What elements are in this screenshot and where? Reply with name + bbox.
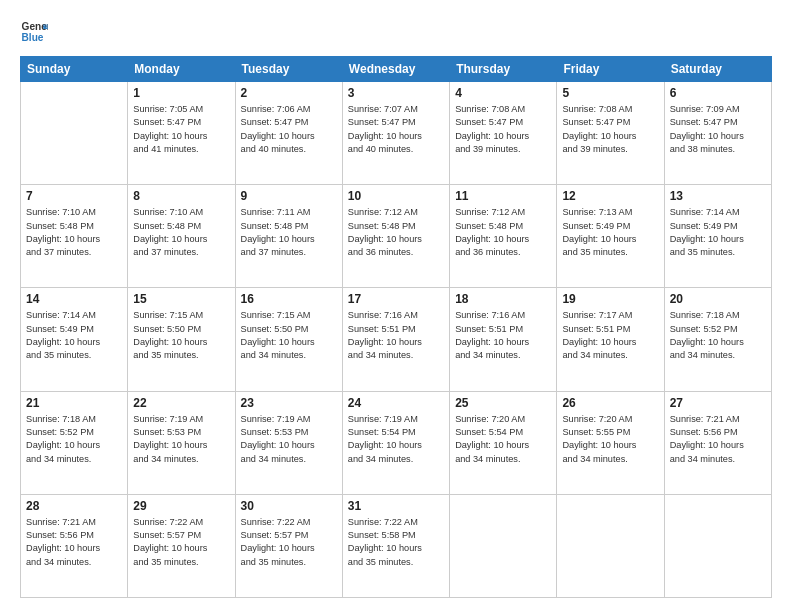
calendar-cell: 5Sunrise: 7:08 AM Sunset: 5:47 PM Daylig…	[557, 82, 664, 185]
calendar-cell: 28Sunrise: 7:21 AM Sunset: 5:56 PM Dayli…	[21, 494, 128, 597]
day-number: 5	[562, 86, 658, 100]
day-number: 8	[133, 189, 229, 203]
day-info: Sunrise: 7:21 AM Sunset: 5:56 PM Dayligh…	[26, 516, 122, 569]
calendar-cell: 12Sunrise: 7:13 AM Sunset: 5:49 PM Dayli…	[557, 185, 664, 288]
calendar-cell: 14Sunrise: 7:14 AM Sunset: 5:49 PM Dayli…	[21, 288, 128, 391]
calendar-cell: 23Sunrise: 7:19 AM Sunset: 5:53 PM Dayli…	[235, 391, 342, 494]
calendar-cell: 15Sunrise: 7:15 AM Sunset: 5:50 PM Dayli…	[128, 288, 235, 391]
day-info: Sunrise: 7:16 AM Sunset: 5:51 PM Dayligh…	[348, 309, 444, 362]
calendar-cell: 18Sunrise: 7:16 AM Sunset: 5:51 PM Dayli…	[450, 288, 557, 391]
calendar-cell: 7Sunrise: 7:10 AM Sunset: 5:48 PM Daylig…	[21, 185, 128, 288]
calendar-week-row: 1Sunrise: 7:05 AM Sunset: 5:47 PM Daylig…	[21, 82, 772, 185]
day-info: Sunrise: 7:11 AM Sunset: 5:48 PM Dayligh…	[241, 206, 337, 259]
day-info: Sunrise: 7:08 AM Sunset: 5:47 PM Dayligh…	[455, 103, 551, 156]
calendar-cell: 4Sunrise: 7:08 AM Sunset: 5:47 PM Daylig…	[450, 82, 557, 185]
day-number: 12	[562, 189, 658, 203]
day-number: 15	[133, 292, 229, 306]
calendar-cell: 29Sunrise: 7:22 AM Sunset: 5:57 PM Dayli…	[128, 494, 235, 597]
calendar-cell: 22Sunrise: 7:19 AM Sunset: 5:53 PM Dayli…	[128, 391, 235, 494]
day-info: Sunrise: 7:13 AM Sunset: 5:49 PM Dayligh…	[562, 206, 658, 259]
day-number: 29	[133, 499, 229, 513]
day-info: Sunrise: 7:09 AM Sunset: 5:47 PM Dayligh…	[670, 103, 766, 156]
day-info: Sunrise: 7:19 AM Sunset: 5:53 PM Dayligh…	[241, 413, 337, 466]
calendar-cell: 13Sunrise: 7:14 AM Sunset: 5:49 PM Dayli…	[664, 185, 771, 288]
calendar-cell: 6Sunrise: 7:09 AM Sunset: 5:47 PM Daylig…	[664, 82, 771, 185]
day-number: 17	[348, 292, 444, 306]
weekday-header-monday: Monday	[128, 57, 235, 82]
day-number: 11	[455, 189, 551, 203]
calendar-cell: 24Sunrise: 7:19 AM Sunset: 5:54 PM Dayli…	[342, 391, 449, 494]
header: General Blue	[20, 18, 772, 46]
calendar-cell: 21Sunrise: 7:18 AM Sunset: 5:52 PM Dayli…	[21, 391, 128, 494]
day-number: 10	[348, 189, 444, 203]
day-number: 14	[26, 292, 122, 306]
calendar-week-row: 14Sunrise: 7:14 AM Sunset: 5:49 PM Dayli…	[21, 288, 772, 391]
calendar-cell: 10Sunrise: 7:12 AM Sunset: 5:48 PM Dayli…	[342, 185, 449, 288]
calendar-week-row: 7Sunrise: 7:10 AM Sunset: 5:48 PM Daylig…	[21, 185, 772, 288]
day-number: 30	[241, 499, 337, 513]
weekday-header-tuesday: Tuesday	[235, 57, 342, 82]
calendar-cell: 20Sunrise: 7:18 AM Sunset: 5:52 PM Dayli…	[664, 288, 771, 391]
day-info: Sunrise: 7:18 AM Sunset: 5:52 PM Dayligh…	[670, 309, 766, 362]
day-info: Sunrise: 7:17 AM Sunset: 5:51 PM Dayligh…	[562, 309, 658, 362]
weekday-header-row: SundayMondayTuesdayWednesdayThursdayFrid…	[21, 57, 772, 82]
day-info: Sunrise: 7:07 AM Sunset: 5:47 PM Dayligh…	[348, 103, 444, 156]
day-number: 26	[562, 396, 658, 410]
day-info: Sunrise: 7:12 AM Sunset: 5:48 PM Dayligh…	[455, 206, 551, 259]
day-number: 31	[348, 499, 444, 513]
day-info: Sunrise: 7:19 AM Sunset: 5:54 PM Dayligh…	[348, 413, 444, 466]
calendar-cell	[557, 494, 664, 597]
calendar-cell: 31Sunrise: 7:22 AM Sunset: 5:58 PM Dayli…	[342, 494, 449, 597]
day-number: 21	[26, 396, 122, 410]
day-info: Sunrise: 7:19 AM Sunset: 5:53 PM Dayligh…	[133, 413, 229, 466]
calendar-table: SundayMondayTuesdayWednesdayThursdayFrid…	[20, 56, 772, 598]
day-number: 6	[670, 86, 766, 100]
calendar-cell: 27Sunrise: 7:21 AM Sunset: 5:56 PM Dayli…	[664, 391, 771, 494]
day-number: 28	[26, 499, 122, 513]
calendar-cell	[664, 494, 771, 597]
calendar-cell: 19Sunrise: 7:17 AM Sunset: 5:51 PM Dayli…	[557, 288, 664, 391]
logo-icon: General Blue	[20, 18, 48, 46]
day-number: 4	[455, 86, 551, 100]
day-info: Sunrise: 7:14 AM Sunset: 5:49 PM Dayligh…	[670, 206, 766, 259]
day-info: Sunrise: 7:14 AM Sunset: 5:49 PM Dayligh…	[26, 309, 122, 362]
day-number: 27	[670, 396, 766, 410]
day-info: Sunrise: 7:06 AM Sunset: 5:47 PM Dayligh…	[241, 103, 337, 156]
day-info: Sunrise: 7:22 AM Sunset: 5:57 PM Dayligh…	[241, 516, 337, 569]
calendar-cell: 11Sunrise: 7:12 AM Sunset: 5:48 PM Dayli…	[450, 185, 557, 288]
calendar-cell	[450, 494, 557, 597]
day-number: 7	[26, 189, 122, 203]
day-info: Sunrise: 7:16 AM Sunset: 5:51 PM Dayligh…	[455, 309, 551, 362]
day-number: 19	[562, 292, 658, 306]
day-info: Sunrise: 7:22 AM Sunset: 5:57 PM Dayligh…	[133, 516, 229, 569]
day-info: Sunrise: 7:20 AM Sunset: 5:54 PM Dayligh…	[455, 413, 551, 466]
day-number: 23	[241, 396, 337, 410]
day-number: 16	[241, 292, 337, 306]
calendar-cell: 1Sunrise: 7:05 AM Sunset: 5:47 PM Daylig…	[128, 82, 235, 185]
calendar-week-row: 28Sunrise: 7:21 AM Sunset: 5:56 PM Dayli…	[21, 494, 772, 597]
day-number: 22	[133, 396, 229, 410]
calendar-cell: 2Sunrise: 7:06 AM Sunset: 5:47 PM Daylig…	[235, 82, 342, 185]
svg-text:Blue: Blue	[22, 32, 44, 43]
page: General Blue SundayMondayTuesdayWednesda…	[0, 0, 792, 612]
calendar-cell: 17Sunrise: 7:16 AM Sunset: 5:51 PM Dayli…	[342, 288, 449, 391]
day-number: 20	[670, 292, 766, 306]
day-info: Sunrise: 7:10 AM Sunset: 5:48 PM Dayligh…	[133, 206, 229, 259]
calendar-week-row: 21Sunrise: 7:18 AM Sunset: 5:52 PM Dayli…	[21, 391, 772, 494]
day-info: Sunrise: 7:21 AM Sunset: 5:56 PM Dayligh…	[670, 413, 766, 466]
logo: General Blue	[20, 18, 52, 46]
calendar-cell: 8Sunrise: 7:10 AM Sunset: 5:48 PM Daylig…	[128, 185, 235, 288]
weekday-header-wednesday: Wednesday	[342, 57, 449, 82]
calendar-cell: 26Sunrise: 7:20 AM Sunset: 5:55 PM Dayli…	[557, 391, 664, 494]
day-number: 25	[455, 396, 551, 410]
day-number: 18	[455, 292, 551, 306]
day-info: Sunrise: 7:05 AM Sunset: 5:47 PM Dayligh…	[133, 103, 229, 156]
weekday-header-sunday: Sunday	[21, 57, 128, 82]
day-info: Sunrise: 7:22 AM Sunset: 5:58 PM Dayligh…	[348, 516, 444, 569]
day-info: Sunrise: 7:20 AM Sunset: 5:55 PM Dayligh…	[562, 413, 658, 466]
day-number: 1	[133, 86, 229, 100]
day-number: 24	[348, 396, 444, 410]
day-info: Sunrise: 7:18 AM Sunset: 5:52 PM Dayligh…	[26, 413, 122, 466]
day-number: 9	[241, 189, 337, 203]
weekday-header-thursday: Thursday	[450, 57, 557, 82]
